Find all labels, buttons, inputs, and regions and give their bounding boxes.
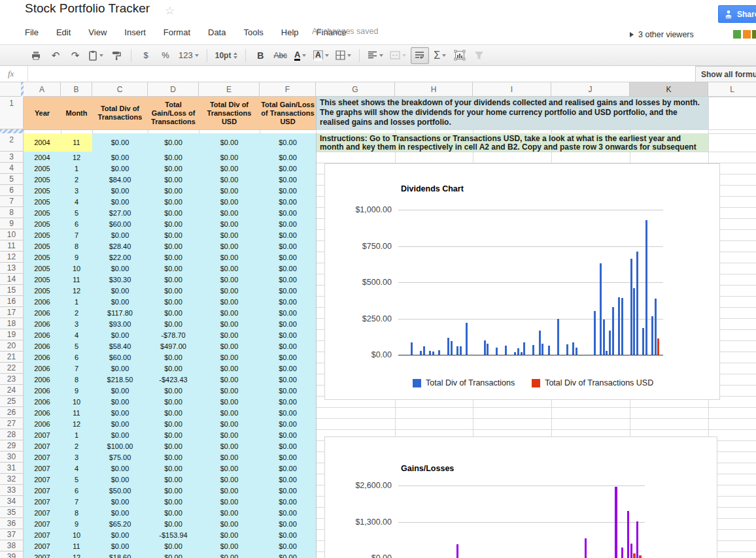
- cell-A36[interactable]: 2007: [24, 518, 61, 530]
- cell-A37[interactable]: 2007: [24, 529, 61, 541]
- cell-B36[interactable]: 9: [61, 518, 93, 530]
- other-viewers[interactable]: 3 other viewers: [630, 30, 694, 39]
- column-header-B[interactable]: B: [61, 82, 92, 97]
- cell-F10[interactable]: $0.00: [260, 229, 317, 241]
- cell-E33[interactable]: $0.00: [199, 485, 260, 497]
- fill-color-button[interactable]: A: [311, 48, 331, 63]
- cell-D18[interactable]: $0.00: [148, 318, 199, 330]
- cell-F5[interactable]: $0.00: [260, 174, 317, 186]
- row-header-10[interactable]: 10: [0, 229, 24, 240]
- cell-B20[interactable]: 5: [61, 340, 93, 352]
- cell-B15[interactable]: 12: [61, 285, 93, 297]
- cell-C34[interactable]: $0.00: [92, 496, 148, 508]
- column-header-A[interactable]: A: [24, 82, 61, 97]
- cell-D19[interactable]: -$78.70: [148, 329, 199, 341]
- cell-B23[interactable]: 8: [61, 374, 93, 386]
- cell-B34[interactable]: 7: [61, 496, 93, 508]
- cell-F16[interactable]: $0.00: [260, 296, 317, 308]
- cell-A3[interactable]: 2004: [24, 152, 61, 163]
- cell-F31[interactable]: $0.00: [260, 463, 317, 474]
- cell-D22[interactable]: $0.00: [148, 363, 199, 374]
- cell-F30[interactable]: $0.00: [260, 451, 317, 463]
- cell-E10[interactable]: $0.00: [199, 229, 260, 241]
- row-header-31[interactable]: 31: [0, 463, 24, 474]
- cell-C3[interactable]: $0.00: [92, 152, 148, 163]
- cell-A16[interactable]: 2006: [24, 296, 61, 308]
- cell-C33[interactable]: $50.00: [92, 485, 148, 497]
- cell-C23[interactable]: $218.50: [92, 374, 148, 386]
- overview-note-cell[interactable]: This sheet shows the breakdown of your d…: [317, 97, 708, 129]
- cell-E39[interactable]: $0.00: [199, 551, 260, 558]
- cell-A10[interactable]: 2005: [24, 229, 61, 241]
- cell-B12[interactable]: 9: [61, 252, 93, 263]
- cell-E16[interactable]: $0.00: [199, 296, 260, 308]
- cell-F4[interactable]: $0.00: [260, 163, 317, 174]
- cell-D33[interactable]: $0.00: [148, 485, 199, 497]
- cell-A39[interactable]: 2007: [24, 551, 61, 558]
- cell-A34[interactable]: 2007: [24, 496, 61, 508]
- row-header-12[interactable]: 12: [0, 252, 24, 263]
- row-header-8[interactable]: 8: [0, 207, 24, 218]
- cell-E7[interactable]: $0.00: [199, 196, 260, 208]
- cell-A2[interactable]: 2004: [24, 133, 61, 152]
- row-header-1[interactable]: 1: [0, 97, 24, 129]
- row-header-4[interactable]: 4: [0, 163, 24, 174]
- cell-C22[interactable]: $0.00: [92, 363, 148, 374]
- cell-E30[interactable]: $0.00: [199, 451, 260, 463]
- header-cell[interactable]: Total Gain/Loss of Transactions: [148, 97, 199, 130]
- cell-D29[interactable]: $0.00: [148, 440, 199, 452]
- share-button[interactable]: Share: [718, 5, 756, 23]
- cell-F9[interactable]: $0.00: [260, 218, 317, 230]
- cell-D37[interactable]: -$153.94: [148, 529, 199, 541]
- cell-F29[interactable]: $0.00: [260, 440, 317, 452]
- cell-F26[interactable]: $0.00: [260, 407, 317, 419]
- cell-D30[interactable]: $0.00: [148, 451, 199, 463]
- cell-C16[interactable]: $0.00: [92, 296, 148, 308]
- column-header-D[interactable]: D: [148, 82, 199, 97]
- cell-E23[interactable]: $0.00: [199, 374, 260, 386]
- cell-C8[interactable]: $27.00: [92, 207, 148, 219]
- row-header-13[interactable]: 13: [0, 263, 24, 274]
- column-header-E[interactable]: E: [199, 82, 260, 97]
- cell-C13[interactable]: $0.00: [92, 263, 148, 274]
- cell-E32[interactable]: $0.00: [199, 474, 260, 485]
- cell-B7[interactable]: 4: [61, 196, 93, 208]
- cell-A29[interactable]: 2007: [24, 440, 61, 452]
- menu-format[interactable]: Format: [163, 27, 190, 37]
- cell-F7[interactable]: $0.00: [260, 196, 317, 208]
- cell-D24[interactable]: $0.00: [148, 385, 199, 397]
- cell-F2[interactable]: $0.00: [260, 133, 317, 152]
- bold-button[interactable]: B: [252, 48, 269, 63]
- cell-A5[interactable]: 2005: [24, 174, 61, 186]
- cell-F34[interactable]: $0.00: [260, 496, 317, 508]
- cell-B30[interactable]: 3: [61, 451, 93, 463]
- cell-C30[interactable]: $75.00: [92, 451, 148, 463]
- cell-D2[interactable]: $0.00: [148, 133, 199, 152]
- cell-E18[interactable]: $0.00: [199, 318, 260, 330]
- cell-B13[interactable]: 10: [61, 263, 93, 274]
- cell-B39[interactable]: 12: [61, 551, 93, 558]
- cell-D14[interactable]: $0.00: [148, 274, 199, 286]
- dividends-chart[interactable]: Dividends Chart Total Div of Transaction…: [324, 163, 720, 400]
- row-header-20[interactable]: 20: [0, 340, 24, 352]
- cell-B10[interactable]: 7: [61, 229, 93, 241]
- cell-E37[interactable]: $0.00: [199, 529, 260, 541]
- instructions-note-cell[interactable]: Instructions: Go to Transactions or Tran…: [317, 133, 708, 152]
- cell-C7[interactable]: $0.00: [92, 196, 148, 208]
- cell-B8[interactable]: 5: [61, 207, 93, 219]
- row-header-35[interactable]: 35: [0, 507, 24, 518]
- undo-button[interactable]: ↶: [47, 48, 64, 63]
- cell-F17[interactable]: $0.00: [260, 307, 317, 319]
- cell-F27[interactable]: $0.00: [260, 418, 317, 430]
- star-icon[interactable]: ☆: [165, 4, 175, 18]
- cell-F14[interactable]: $0.00: [260, 274, 317, 286]
- cell-A30[interactable]: 2007: [24, 451, 61, 463]
- cell-F37[interactable]: $0.00: [260, 529, 317, 541]
- cell-F24[interactable]: $0.00: [260, 385, 317, 397]
- cell-F22[interactable]: $0.00: [260, 363, 317, 374]
- cell-F8[interactable]: $0.00: [260, 207, 317, 219]
- cell-B31[interactable]: 4: [61, 463, 93, 474]
- column-header-F[interactable]: F: [260, 82, 316, 97]
- cell-C18[interactable]: $93.00: [92, 318, 148, 330]
- cell-E36[interactable]: $0.00: [199, 518, 260, 530]
